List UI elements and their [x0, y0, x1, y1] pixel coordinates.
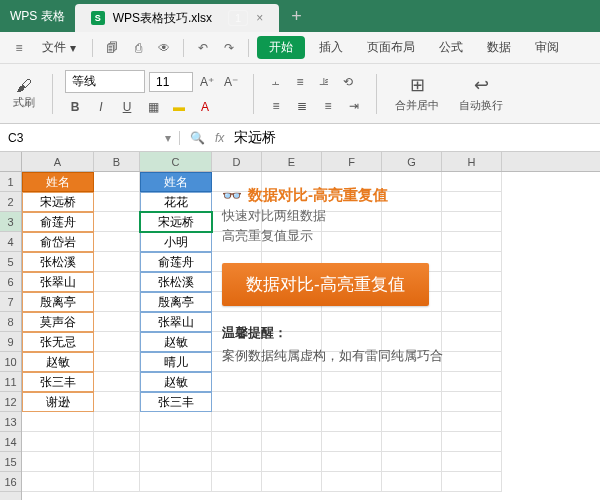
cell-F10[interactable] — [322, 352, 382, 372]
cell-D11[interactable] — [212, 372, 262, 392]
cell-E1[interactable] — [262, 172, 322, 192]
cell-H7[interactable] — [442, 292, 502, 312]
cell-H15[interactable] — [442, 452, 502, 472]
tab-data[interactable]: 数据 — [477, 39, 521, 56]
cell-E14[interactable] — [262, 432, 322, 452]
size-select[interactable]: 11 — [149, 72, 193, 92]
cell-D1[interactable] — [212, 172, 262, 192]
cell-H13[interactable] — [442, 412, 502, 432]
cell-B5[interactable] — [94, 252, 140, 272]
cell-E9[interactable] — [262, 332, 322, 352]
cell-G10[interactable] — [382, 352, 442, 372]
cell-A2[interactable]: 宋远桥 — [22, 192, 94, 212]
cell-F2[interactable] — [322, 192, 382, 212]
row-header-12[interactable]: 12 — [0, 392, 21, 412]
cell-A4[interactable]: 俞岱岩 — [22, 232, 94, 252]
cell-D9[interactable] — [212, 332, 262, 352]
save-icon[interactable]: 🗐 — [101, 37, 123, 59]
cell-H8[interactable] — [442, 312, 502, 332]
cell-F4[interactable] — [322, 232, 382, 252]
cell-D8[interactable] — [212, 312, 262, 332]
cell-E10[interactable] — [262, 352, 322, 372]
cell-H1[interactable] — [442, 172, 502, 192]
wrap-button[interactable]: ↩ 自动换行 — [453, 74, 509, 113]
cell-C5[interactable]: 俞莲舟 — [140, 252, 212, 272]
cell-C8[interactable]: 张翠山 — [140, 312, 212, 332]
cell-A10[interactable]: 赵敏 — [22, 352, 94, 372]
cell-H12[interactable] — [442, 392, 502, 412]
cell-C10[interactable]: 晴儿 — [140, 352, 212, 372]
row-header-3[interactable]: 3 — [0, 212, 21, 232]
cell-H2[interactable] — [442, 192, 502, 212]
cell-D12[interactable] — [212, 392, 262, 412]
cell-B2[interactable] — [94, 192, 140, 212]
cell-B10[interactable] — [94, 352, 140, 372]
cell-E13[interactable] — [262, 412, 322, 432]
cell-D4[interactable] — [212, 232, 262, 252]
cell-A1[interactable]: 姓名 — [22, 172, 94, 192]
align-middle-icon[interactable]: ≡ — [290, 72, 310, 92]
cell-A12[interactable]: 谢逊 — [22, 392, 94, 412]
cell-G4[interactable] — [382, 232, 442, 252]
cell-F1[interactable] — [322, 172, 382, 192]
increase-font-icon[interactable]: A⁺ — [197, 72, 217, 92]
cell-F3[interactable] — [322, 212, 382, 232]
fill-color-icon[interactable]: ▬ — [169, 97, 189, 117]
row-header-5[interactable]: 5 — [0, 252, 21, 272]
col-header-A[interactable]: A — [22, 152, 94, 171]
cell-B6[interactable] — [94, 272, 140, 292]
cell-H10[interactable] — [442, 352, 502, 372]
cell-B16[interactable] — [94, 472, 140, 492]
cell-E8[interactable] — [262, 312, 322, 332]
cell-A5[interactable]: 张松溪 — [22, 252, 94, 272]
new-tab-button[interactable]: + — [279, 6, 314, 27]
print-icon[interactable]: ⎙ — [127, 37, 149, 59]
name-box[interactable]: C3 ▾ — [0, 131, 180, 145]
cell-B8[interactable] — [94, 312, 140, 332]
tab-formula[interactable]: 公式 — [429, 39, 473, 56]
col-header-B[interactable]: B — [94, 152, 140, 171]
col-header-F[interactable]: F — [322, 152, 382, 171]
cell-G13[interactable] — [382, 412, 442, 432]
cell-E11[interactable] — [262, 372, 322, 392]
cell-E3[interactable] — [262, 212, 322, 232]
col-header-H[interactable]: H — [442, 152, 502, 171]
cell-E15[interactable] — [262, 452, 322, 472]
cell-G3[interactable] — [382, 212, 442, 232]
row-header-16[interactable]: 16 — [0, 472, 21, 492]
cell-H3[interactable] — [442, 212, 502, 232]
format-painter[interactable]: 🖌 式刷 — [8, 77, 40, 110]
cell-G2[interactable] — [382, 192, 442, 212]
row-header-7[interactable]: 7 — [0, 292, 21, 312]
cell-F14[interactable] — [322, 432, 382, 452]
row-header-4[interactable]: 4 — [0, 232, 21, 252]
decrease-font-icon[interactable]: A⁻ — [221, 72, 241, 92]
row-header-10[interactable]: 10 — [0, 352, 21, 372]
cell-G12[interactable] — [382, 392, 442, 412]
row-header-6[interactable]: 6 — [0, 272, 21, 292]
cell-A16[interactable] — [22, 472, 94, 492]
cell-G14[interactable] — [382, 432, 442, 452]
tab-start[interactable]: 开始 — [257, 36, 305, 59]
underline-button[interactable]: U — [117, 97, 137, 117]
row-header-1[interactable]: 1 — [0, 172, 21, 192]
font-color-icon[interactable]: A — [195, 97, 215, 117]
row-header-13[interactable]: 13 — [0, 412, 21, 432]
cell-B12[interactable] — [94, 392, 140, 412]
menu-icon[interactable]: ≡ — [8, 37, 30, 59]
cell-G16[interactable] — [382, 472, 442, 492]
preview-icon[interactable]: 👁 — [153, 37, 175, 59]
cell-A8[interactable]: 莫声谷 — [22, 312, 94, 332]
cell-B3[interactable] — [94, 212, 140, 232]
cell-A3[interactable]: 俞莲舟 — [22, 212, 94, 232]
cell-C4[interactable]: 小明 — [140, 232, 212, 252]
cell-H6[interactable] — [442, 272, 502, 292]
cell-C15[interactable] — [140, 452, 212, 472]
cell-F16[interactable] — [322, 472, 382, 492]
cell-C2[interactable]: 花花 — [140, 192, 212, 212]
align-right-icon[interactable]: ≡ — [318, 96, 338, 116]
cell-E12[interactable] — [262, 392, 322, 412]
tab-layout[interactable]: 页面布局 — [357, 39, 425, 56]
cell-F11[interactable] — [322, 372, 382, 392]
cells[interactable]: 姓名姓名宋远桥花花俞莲舟宋远桥俞岱岩小明张松溪俞莲舟张翠山张松溪殷离亭殷离亭莫声… — [22, 172, 600, 492]
